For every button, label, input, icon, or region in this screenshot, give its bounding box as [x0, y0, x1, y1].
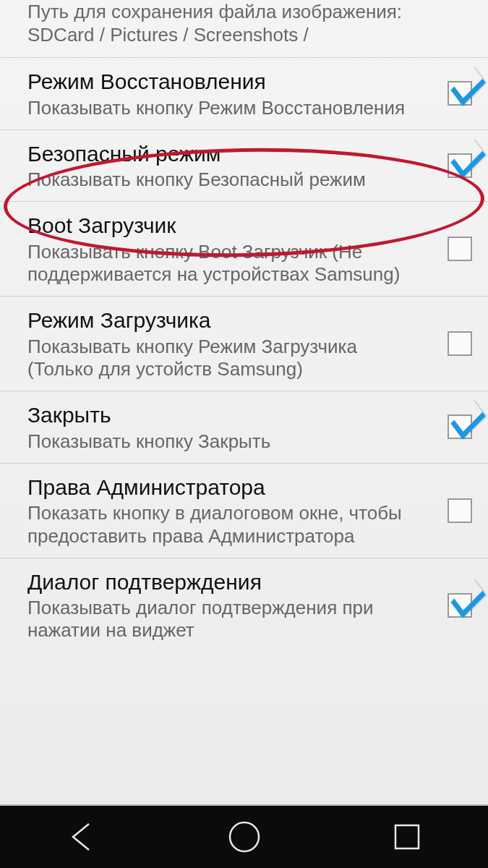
setting-subtitle: Показывать кнопку Закрыть	[27, 430, 421, 453]
setting-row-confirm-dialog[interactable]: Диалог подтверждения Показывать диалог п…	[0, 558, 488, 652]
setting-control	[429, 593, 472, 618]
nav-recent-button[interactable]	[364, 812, 450, 862]
setting-control	[429, 153, 472, 178]
checkbox-close[interactable]	[448, 414, 472, 439]
setting-text: Диалог подтверждения Показывать диалог п…	[27, 569, 429, 642]
home-icon	[228, 820, 261, 854]
recent-apps-icon	[393, 822, 421, 851]
setting-subtitle: Показывать кнопку Boot Загрузчик (Не под…	[27, 241, 421, 286]
setting-control	[429, 498, 472, 523]
setting-text: Режим Загрузчика Показывать кнопку Режим…	[27, 307, 429, 380]
svg-rect-1	[395, 825, 419, 848]
navigation-bar	[0, 804, 488, 868]
back-icon	[67, 821, 96, 853]
setting-row-close[interactable]: Закрыть Показывать кнопку Закрыть	[0, 391, 488, 464]
setting-text: Boot Загрузчик Показывать кнопку Boot За…	[27, 212, 429, 286]
checkbox-recovery-mode[interactable]	[448, 81, 472, 106]
settings-list: Путь для сохранения файла изображения: S…	[0, 0, 488, 804]
setting-row-admin-rights[interactable]: Права Администратора Показать кнопку в д…	[0, 464, 488, 558]
setting-control	[429, 331, 472, 356]
setting-title: Режим Восстановления	[27, 68, 421, 95]
setting-text: Права Администратора Показать кнопку в д…	[27, 474, 429, 548]
setting-title: Диалог подтверждения	[27, 569, 421, 596]
svg-point-0	[230, 822, 259, 851]
setting-row-screenshot-path[interactable]: Путь для сохранения файла изображения: S…	[0, 0, 488, 58]
setting-subtitle: Путь для сохранения файла изображения: S…	[27, 1, 421, 46]
setting-subtitle: Показывать кнопку Безопасный режим	[27, 169, 421, 191]
checkbox-boot-loader[interactable]	[448, 237, 472, 261]
setting-subtitle: Показывать диалог подтверждения при нажа…	[27, 597, 421, 642]
setting-subtitle: Показывать кнопку Режим Восстановления	[27, 97, 421, 119]
checkbox-bootloader-mode[interactable]	[448, 331, 472, 356]
setting-subtitle: Показывать кнопку Режим Загрузчика (Толь…	[27, 336, 421, 380]
setting-title: Boot Загрузчик	[27, 212, 421, 239]
checkbox-confirm-dialog[interactable]	[448, 593, 472, 618]
nav-home-button[interactable]	[201, 812, 288, 862]
setting-control	[429, 414, 472, 439]
setting-text: Безопасный режим Показывать кнопку Безоп…	[27, 140, 429, 192]
setting-subtitle: Показать кнопку в диалоговом окне, чтобы…	[27, 502, 421, 547]
setting-title: Права Администратора	[27, 474, 421, 501]
checkbox-safe-mode[interactable]	[448, 153, 472, 178]
setting-row-bootloader-mode[interactable]: Режим Загрузчика Показывать кнопку Режим…	[0, 297, 488, 391]
setting-title: Режим Загрузчика	[27, 307, 421, 334]
checkbox-admin-rights[interactable]	[448, 498, 472, 523]
setting-row-boot-loader[interactable]: Boot Загрузчик Показывать кнопку Boot За…	[0, 202, 488, 297]
nav-back-button[interactable]	[38, 812, 125, 862]
setting-text: Режим Восстановления Показывать кнопку Р…	[27, 68, 429, 119]
setting-control	[429, 237, 472, 261]
setting-text: Путь для сохранения файла изображения: S…	[27, 1, 429, 46]
setting-text: Закрыть Показывать кнопку Закрыть	[27, 401, 429, 453]
setting-row-recovery-mode[interactable]: Режим Восстановления Показывать кнопку Р…	[0, 58, 488, 130]
setting-title: Закрыть	[27, 401, 421, 429]
setting-row-safe-mode[interactable]: Безопасный режим Показывать кнопку Безоп…	[0, 130, 488, 203]
setting-control	[429, 81, 472, 106]
setting-title: Безопасный режим	[27, 140, 421, 168]
